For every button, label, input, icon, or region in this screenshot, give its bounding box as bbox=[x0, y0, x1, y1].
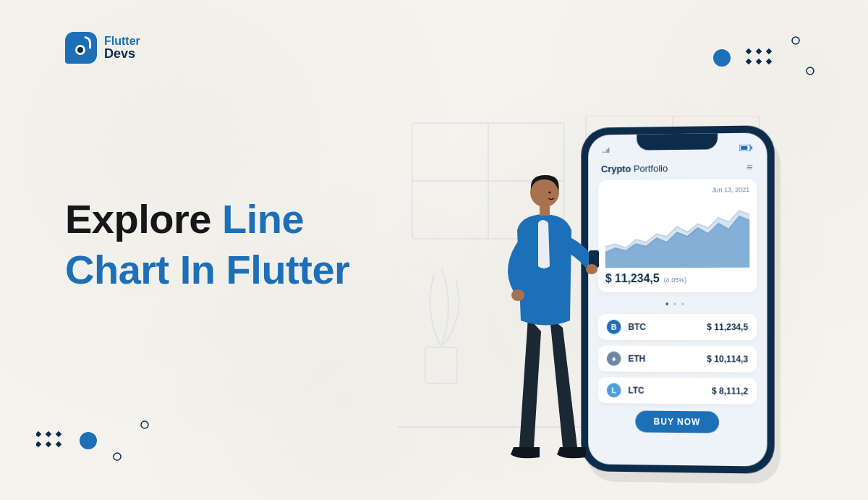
brand-line2: Devs bbox=[104, 47, 140, 60]
svg-rect-12 bbox=[56, 431, 61, 437]
coin-price: $ 8,111,2 bbox=[712, 386, 748, 396]
brand-logo-mark bbox=[65, 32, 97, 64]
svg-point-0 bbox=[792, 37, 799, 44]
portfolio-line-chart bbox=[605, 196, 750, 268]
app-title-text: Crypto Portfolio bbox=[601, 163, 668, 174]
pager-dot-active: • bbox=[665, 298, 673, 310]
brand-line1: Flutter bbox=[104, 35, 140, 47]
buy-now-button[interactable]: BUY NOW bbox=[635, 410, 719, 433]
app-title-light: Portfolio bbox=[634, 163, 668, 174]
coin-icon: ♦ bbox=[607, 352, 621, 366]
coin-row[interactable]: BBTC$ 11,234,5 bbox=[598, 314, 757, 340]
phone-mockup: ..ıl Crypto Portfolio ≡ Jun 13, 2021 $ 1… bbox=[581, 125, 774, 474]
hamburger-icon[interactable]: ≡ bbox=[746, 161, 754, 173]
svg-rect-6 bbox=[756, 59, 762, 64]
svg-point-17 bbox=[114, 453, 121, 460]
person-illustration bbox=[477, 158, 608, 469]
pager-dots: ••• bbox=[598, 292, 757, 314]
svg-rect-7 bbox=[766, 59, 772, 64]
coin-list: BBTC$ 11,234,5♦ETH$ 10,114,3LLTC$ 8,111,… bbox=[598, 314, 757, 404]
coin-icon: B bbox=[607, 320, 621, 334]
chart-date: Jun 13, 2021 bbox=[605, 186, 750, 195]
svg-point-16 bbox=[80, 432, 97, 449]
svg-rect-13 bbox=[36, 441, 41, 447]
app-header: Crypto Portfolio ≡ bbox=[598, 160, 757, 180]
svg-point-30 bbox=[548, 191, 550, 193]
coin-row[interactable]: ♦ETH$ 10,114,3 bbox=[598, 346, 757, 373]
svg-point-25 bbox=[511, 289, 524, 301]
headline-word-3: Chart In Flutter bbox=[65, 247, 349, 292]
svg-rect-5 bbox=[746, 59, 752, 64]
phone-notch bbox=[637, 133, 718, 150]
svg-rect-4 bbox=[766, 48, 772, 54]
svg-rect-14 bbox=[46, 441, 51, 447]
svg-rect-2 bbox=[746, 48, 752, 54]
svg-rect-10 bbox=[36, 431, 41, 437]
coin-symbol: ETH bbox=[628, 354, 645, 364]
svg-rect-11 bbox=[46, 431, 51, 437]
svg-point-27 bbox=[586, 264, 597, 274]
brand-logo: Flutter Devs bbox=[65, 32, 140, 64]
coin-symbol: LTC bbox=[628, 386, 644, 396]
headline-word-1: Explore bbox=[65, 196, 211, 242]
pager-dot: • bbox=[681, 298, 689, 310]
decor-dots-bottom-left bbox=[36, 419, 174, 470]
svg-point-8 bbox=[807, 67, 814, 75]
coin-icon: L bbox=[607, 383, 621, 397]
coin-price: $ 11,234,5 bbox=[707, 322, 748, 332]
svg-rect-33 bbox=[751, 146, 752, 149]
coin-row[interactable]: LLTC$ 8,111,2 bbox=[598, 377, 757, 404]
brand-logo-text: Flutter Devs bbox=[104, 35, 140, 60]
coin-price: $ 10,114,3 bbox=[707, 354, 748, 364]
svg-point-1 bbox=[713, 49, 731, 67]
headline-word-2: Line bbox=[222, 196, 304, 242]
decor-dots-top-right bbox=[702, 33, 825, 84]
coin-symbol: BTC bbox=[628, 322, 645, 332]
svg-point-9 bbox=[141, 421, 148, 428]
signal-icon: ..ıl bbox=[603, 147, 610, 154]
battery-icon bbox=[739, 145, 752, 153]
page-title: Explore Line Chart In Flutter bbox=[65, 194, 349, 295]
chart-delta: (4.05%) bbox=[664, 276, 686, 284]
svg-rect-3 bbox=[756, 48, 762, 54]
phone-screen: ..ıl Crypto Portfolio ≡ Jun 13, 2021 $ 1… bbox=[588, 132, 767, 466]
chart-card: Jun 13, 2021 $ 11,234,5 (4.05%) bbox=[598, 179, 757, 292]
chart-value-row: $ 11,234,5 (4.05%) bbox=[605, 272, 750, 285]
svg-rect-32 bbox=[741, 146, 747, 150]
svg-rect-15 bbox=[56, 441, 61, 447]
pager-dot: • bbox=[673, 298, 681, 310]
svg-rect-23 bbox=[425, 347, 457, 384]
chart-value: $ 11,234,5 bbox=[605, 272, 660, 285]
